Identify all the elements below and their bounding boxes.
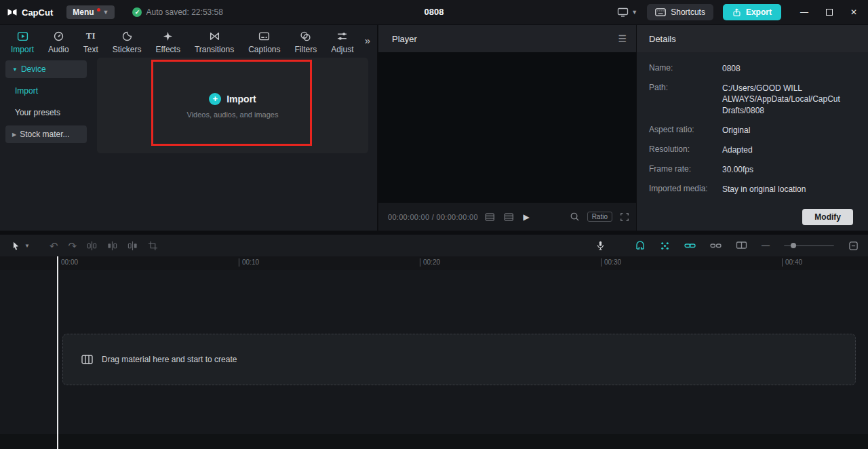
sidebar-item-stock-materials[interactable]: ▶ Stock mater... [5, 125, 87, 143]
shortcuts-button[interactable]: Shortcuts [647, 4, 713, 20]
tab-filters[interactable]: Filters [295, 30, 317, 54]
unlink-icon[interactable] [710, 241, 722, 250]
link-icon[interactable] [684, 241, 696, 250]
stickers-icon [121, 30, 133, 42]
media-tabs: Import Audio TI Text Stickers [0, 25, 377, 56]
timeline-ruler[interactable]: 00:00 00:10 00:20 00:30 00:40 [0, 256, 868, 270]
delete-left-icon[interactable] [107, 241, 117, 251]
row-label: Name: [649, 63, 722, 74]
delete-right-icon[interactable] [127, 241, 138, 251]
dropdown-caret-icon[interactable]: ▼ [24, 243, 30, 249]
undo-icon[interactable]: ↶ [50, 241, 58, 251]
zoom-out-icon[interactable]: — [762, 241, 770, 250]
frame-back-icon[interactable] [485, 213, 494, 221]
capcut-logo-icon [7, 7, 18, 18]
close-button[interactable]: ✕ [850, 7, 857, 17]
zoom-to-fit-icon[interactable] [848, 241, 859, 251]
player-viewport[interactable] [378, 52, 636, 203]
sidebar-item-device[interactable]: ▼ Device [5, 60, 87, 78]
sidebar-item-label: Device [21, 64, 46, 74]
details-row-resolution: Resolution: Adapted [649, 144, 856, 155]
caret-right-icon: ▶ [12, 132, 16, 138]
tab-audio[interactable]: Audio [48, 30, 69, 54]
snapping-icon[interactable] [660, 241, 670, 251]
player-menu-icon[interactable]: ☰ [618, 33, 627, 44]
details-row-name: Name: 0808 [649, 63, 856, 74]
shortcuts-label: Shortcuts [671, 7, 705, 17]
magnet-icon[interactable] [635, 241, 646, 250]
zoom-slider[interactable] [784, 245, 834, 246]
sidebar-item-label: Stock mater... [20, 130, 69, 139]
row-label: Imported media: [649, 184, 722, 195]
export-button[interactable]: Export [723, 4, 781, 20]
preview-quality-icon[interactable] [570, 212, 580, 222]
menu-button[interactable]: Menu ▼ [66, 5, 115, 19]
drop-hint-text: Drag material here and start to create [102, 355, 237, 364]
display-select-button[interactable]: ▼ [617, 7, 637, 17]
sidebar-item-label: Your presets [15, 108, 60, 117]
details-row-aspect-ratio: Aspect ratio: Original [649, 125, 856, 136]
details-row-imported-media: Imported media: Stay in original locatio… [649, 184, 856, 195]
select-tool-button[interactable]: ▼ [11, 241, 30, 251]
tab-effects[interactable]: Effects [155, 30, 180, 54]
zoom-slider-knob[interactable] [791, 243, 796, 248]
tab-stickers[interactable]: Stickers [113, 30, 142, 54]
tab-label: Effects [155, 45, 180, 54]
check-icon: ✓ [132, 7, 142, 17]
tab-transitions[interactable]: Transitions [195, 30, 234, 54]
chevron-down-icon: ▼ [103, 9, 109, 16]
redo-icon[interactable]: ↷ [68, 241, 77, 251]
import-zone-title: Import [226, 94, 256, 104]
audio-icon [53, 30, 64, 42]
capcut-window: CapCut Menu ▼ ✓ Auto saved: 22:53:58 080… [0, 0, 868, 449]
player-controls-bar: 00:00:00:00 / 00:00:00:00 ▶ Ratio [378, 203, 636, 231]
row-value: 30.00fps [722, 164, 856, 175]
ruler-tick: 00:10 [239, 258, 259, 267]
details-row-frame-rate: Frame rate: 30.00fps [649, 164, 856, 175]
sidebar-item-import[interactable]: Import [5, 82, 87, 100]
minimize-button[interactable]: — [800, 7, 808, 17]
menu-label: Menu [73, 7, 94, 17]
row-label: Resolution: [649, 144, 722, 155]
tab-import[interactable]: Import [11, 30, 34, 54]
row-value: C:/Users/GOOD WILL ALWAYS/AppData/Local/… [722, 83, 856, 116]
effects-icon [162, 30, 174, 42]
play-button[interactable]: ▶ [523, 212, 529, 222]
import-zone-subtitle: Videos, audios, and images [187, 111, 279, 119]
export-icon [732, 8, 741, 17]
project-title: 0808 [425, 0, 444, 24]
split-icon[interactable] [87, 241, 97, 251]
player-header: Player ☰ [378, 25, 636, 52]
frame-forward-icon[interactable] [504, 213, 513, 221]
ruler-tick: 00:00 [58, 258, 78, 267]
crop-icon[interactable] [148, 241, 158, 251]
tab-captions[interactable]: Captions [248, 30, 280, 54]
player-title: Player [392, 34, 417, 44]
fullscreen-icon[interactable] [620, 212, 629, 222]
text-icon: TI [86, 30, 96, 42]
sidebar-item-your-presets[interactable]: Your presets [5, 104, 87, 121]
timeline-drop-target[interactable]: Drag material here and start to create [62, 334, 856, 385]
preview-axis-icon[interactable] [736, 241, 747, 250]
import-drop-zone[interactable]: + Import Videos, audios, and images [97, 58, 368, 153]
timeline-tracks-area[interactable]: Drag material here and start to create [0, 270, 868, 449]
playhead[interactable] [57, 256, 58, 449]
mic-icon [595, 240, 606, 251]
tab-label: Audio [48, 45, 69, 54]
modify-button[interactable]: Modify [802, 209, 853, 225]
more-tabs-icon[interactable]: » [365, 35, 370, 46]
adjust-icon [336, 30, 348, 42]
record-voiceover-button[interactable] [595, 240, 606, 251]
maximize-button[interactable] [826, 9, 833, 16]
tab-adjust[interactable]: Adjust [331, 30, 353, 54]
tab-text[interactable]: TI Text [83, 30, 98, 54]
filters-icon [300, 30, 311, 42]
row-value: Original [722, 125, 856, 136]
tab-label: Adjust [331, 45, 353, 54]
tab-label: Captions [248, 45, 280, 54]
transitions-icon [209, 30, 220, 42]
plus-icon: + [209, 93, 221, 105]
row-label: Aspect ratio: [649, 125, 722, 136]
tab-label: Transitions [195, 45, 234, 54]
ratio-button[interactable]: Ratio [587, 212, 612, 222]
